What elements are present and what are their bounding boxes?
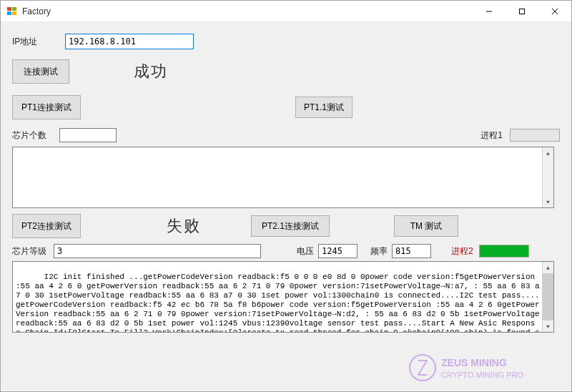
log2-scrollbar[interactable]: ▲ ▼ xyxy=(542,262,553,332)
connect-test-button[interactable]: 连接测试 xyxy=(12,59,69,84)
close-button[interactable] xyxy=(538,1,571,21)
ip-input[interactable] xyxy=(65,34,194,49)
pt2-1-connect-test-button[interactable]: PT2.1连接测试 xyxy=(251,215,330,237)
ip-label: IP地址 xyxy=(12,36,55,48)
svg-rect-1 xyxy=(12,7,16,11)
chip-grade-label: 芯片等级 xyxy=(12,245,46,258)
minimize-button[interactable] xyxy=(473,1,506,21)
tm-test-button[interactable]: TM 测试 xyxy=(394,215,458,237)
watermark-brand-bottom: CRYPTO MINING PRO xyxy=(441,371,524,379)
progress2-label: 进程2 xyxy=(451,245,473,258)
chip-count-label: 芯片个数 xyxy=(12,129,46,142)
progress1-bar xyxy=(510,129,560,142)
log1-textarea[interactable]: ▲ ▼ xyxy=(12,147,554,208)
log2-textarea[interactable]: I2C init finished ...getPowerCodeVersion… xyxy=(12,261,554,333)
window-controls xyxy=(473,1,571,21)
log1-scrollbar[interactable]: ▲ ▼ xyxy=(542,147,553,207)
scroll-down-icon[interactable]: ▼ xyxy=(543,196,553,207)
svg-point-8 xyxy=(410,355,435,381)
scroll-up-icon[interactable]: ▲ xyxy=(543,262,553,273)
chip-count-row: 芯片个数 进程1 xyxy=(12,128,560,142)
pt2-connect-test-button[interactable]: PT2连接测试 xyxy=(12,214,81,238)
app-window: Factory IP地址 连接测试 成功 xyxy=(0,0,572,392)
connect-row: 连接测试 成功 xyxy=(12,59,560,84)
titlebar: Factory xyxy=(1,1,571,22)
log2-content: I2C init finished ...getPowerCodeVersion… xyxy=(16,273,544,333)
svg-rect-3 xyxy=(12,11,16,15)
window-title: Factory xyxy=(22,6,473,16)
status-success: 成功 xyxy=(134,61,168,82)
pt2-row: PT2连接测试 失败 PT2.1连接测试 TM 测试 xyxy=(12,214,560,238)
ip-row: IP地址 xyxy=(12,34,560,49)
scroll-thumb[interactable] xyxy=(543,273,553,320)
svg-rect-5 xyxy=(520,9,525,14)
progress2-bar xyxy=(479,245,529,258)
frequency-input[interactable] xyxy=(392,244,431,258)
chip-count-input[interactable] xyxy=(59,128,117,142)
watermark-brand-top: ZEUS MINING xyxy=(441,357,507,368)
client-area: IP地址 连接测试 成功 PT1连接测试 PT1.1测试 芯片个数 进程1 xyxy=(1,22,571,391)
voltage-label: 电压 xyxy=(297,245,314,258)
frequency-label: 频率 xyxy=(370,245,388,258)
svg-rect-2 xyxy=(7,11,11,15)
scroll-down-icon[interactable]: ▼ xyxy=(543,320,553,332)
maximize-button[interactable] xyxy=(506,1,538,21)
watermark: ZEUS MINING CRYPTO MINING PRO xyxy=(407,351,557,387)
pt1-connect-test-button[interactable]: PT1连接测试 xyxy=(12,95,81,119)
grade-row: 芯片等级 电压 频率 进程2 xyxy=(12,244,560,258)
voltage-input[interactable] xyxy=(318,244,358,258)
svg-rect-0 xyxy=(7,7,11,11)
chip-grade-input[interactable] xyxy=(54,244,261,258)
progress2-fill xyxy=(480,245,528,257)
status-fail: 失败 xyxy=(167,215,201,237)
app-icon xyxy=(6,6,18,17)
pt1-1-test-button[interactable]: PT1.1测试 xyxy=(295,97,352,118)
scroll-up-icon[interactable]: ▲ xyxy=(543,147,553,159)
pt1-row: PT1连接测试 PT1.1测试 xyxy=(12,95,560,119)
progress1-label: 进程1 xyxy=(480,129,503,142)
